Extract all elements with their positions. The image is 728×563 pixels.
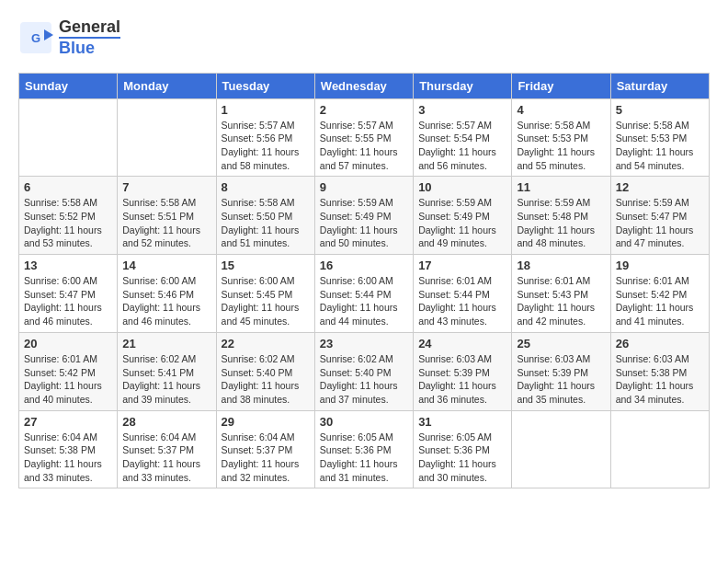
day-number: 22 xyxy=(222,337,310,350)
calendar-cell: 25Sunrise: 6:03 AMSunset: 5:39 PMDayligh… xyxy=(512,332,610,410)
calendar-cell: 9Sunrise: 5:59 AMSunset: 5:49 PMDaylight… xyxy=(314,177,413,255)
header-row: Sunday Monday Tuesday Wednesday Thursday… xyxy=(19,73,710,98)
logo-blue: Blue xyxy=(59,37,120,58)
calendar-cell: 16Sunrise: 6:00 AMSunset: 5:44 PMDayligh… xyxy=(314,255,413,333)
day-number: 18 xyxy=(517,259,605,272)
col-monday: Monday xyxy=(118,73,216,98)
calendar-cell: 7Sunrise: 5:58 AMSunset: 5:51 PMDaylight… xyxy=(118,177,216,255)
day-info: Sunrise: 6:00 AMSunset: 5:46 PMDaylight:… xyxy=(122,274,210,328)
day-number: 19 xyxy=(616,259,704,272)
day-info: Sunrise: 6:04 AMSunset: 5:38 PMDaylight:… xyxy=(24,431,112,485)
day-number: 17 xyxy=(418,259,506,272)
day-number: 11 xyxy=(517,180,605,194)
day-number: 25 xyxy=(517,337,605,350)
day-info: Sunrise: 6:02 AMSunset: 5:41 PMDaylight:… xyxy=(122,352,210,407)
day-number: 13 xyxy=(24,259,112,272)
day-info: Sunrise: 6:00 AMSunset: 5:47 PMDaylight:… xyxy=(24,274,112,328)
day-info: Sunrise: 5:57 AMSunset: 5:54 PMDaylight:… xyxy=(418,119,506,173)
calendar-cell: 17Sunrise: 6:01 AMSunset: 5:44 PMDayligh… xyxy=(414,255,512,333)
day-number: 3 xyxy=(418,103,506,117)
day-info: Sunrise: 6:03 AMSunset: 5:38 PMDaylight:… xyxy=(616,352,704,407)
day-info: Sunrise: 6:01 AMSunset: 5:42 PMDaylight:… xyxy=(24,352,112,407)
calendar-cell: 22Sunrise: 6:02 AMSunset: 5:40 PMDayligh… xyxy=(216,332,314,410)
day-info: Sunrise: 6:05 AMSunset: 5:36 PMDaylight:… xyxy=(418,431,506,485)
calendar-cell: 10Sunrise: 5:59 AMSunset: 5:49 PMDayligh… xyxy=(414,177,512,255)
day-number: 30 xyxy=(320,415,408,429)
calendar-cell xyxy=(19,98,118,177)
calendar-cell: 11Sunrise: 5:59 AMSunset: 5:48 PMDayligh… xyxy=(512,177,610,255)
day-info: Sunrise: 5:59 AMSunset: 5:49 PMDaylight:… xyxy=(418,196,506,250)
calendar-cell: 20Sunrise: 6:01 AMSunset: 5:42 PMDayligh… xyxy=(19,332,118,410)
day-number: 21 xyxy=(122,337,210,350)
day-number: 9 xyxy=(320,180,408,194)
calendar-cell: 3Sunrise: 5:57 AMSunset: 5:54 PMDaylight… xyxy=(414,98,512,177)
day-number: 27 xyxy=(24,415,112,429)
logo-general: General xyxy=(59,18,120,37)
day-info: Sunrise: 6:02 AMSunset: 5:40 PMDaylight:… xyxy=(320,352,408,407)
day-info: Sunrise: 6:03 AMSunset: 5:39 PMDaylight:… xyxy=(517,352,605,407)
col-saturday: Saturday xyxy=(610,73,709,98)
calendar-cell: 5Sunrise: 5:58 AMSunset: 5:53 PMDaylight… xyxy=(610,98,709,177)
col-sunday: Sunday xyxy=(19,73,118,98)
day-number: 31 xyxy=(418,415,506,429)
day-info: Sunrise: 5:58 AMSunset: 5:52 PMDaylight:… xyxy=(24,196,112,250)
calendar-cell: 19Sunrise: 6:01 AMSunset: 5:42 PMDayligh… xyxy=(610,255,709,333)
calendar-cell: 1Sunrise: 5:57 AMSunset: 5:56 PMDaylight… xyxy=(216,98,314,177)
day-number: 1 xyxy=(222,103,310,117)
day-info: Sunrise: 6:04 AMSunset: 5:37 PMDaylight:… xyxy=(222,431,310,485)
day-number: 4 xyxy=(517,103,605,117)
day-info: Sunrise: 5:59 AMSunset: 5:47 PMDaylight:… xyxy=(616,196,704,250)
calendar-cell: 14Sunrise: 6:00 AMSunset: 5:46 PMDayligh… xyxy=(118,255,216,333)
calendar-cell: 12Sunrise: 5:59 AMSunset: 5:47 PMDayligh… xyxy=(610,177,709,255)
calendar-cell: 18Sunrise: 6:01 AMSunset: 5:43 PMDayligh… xyxy=(512,255,610,333)
col-friday: Friday xyxy=(512,73,610,98)
calendar-cell: 23Sunrise: 6:02 AMSunset: 5:40 PMDayligh… xyxy=(314,332,413,410)
calendar-cell: 6Sunrise: 5:58 AMSunset: 5:52 PMDaylight… xyxy=(19,177,118,255)
day-info: Sunrise: 6:01 AMSunset: 5:44 PMDaylight:… xyxy=(418,274,506,328)
day-number: 15 xyxy=(222,259,310,272)
calendar-cell xyxy=(118,98,216,177)
day-info: Sunrise: 6:02 AMSunset: 5:40 PMDaylight:… xyxy=(222,352,310,407)
day-number: 29 xyxy=(222,415,310,429)
page-header: G General Blue xyxy=(18,18,710,58)
day-number: 26 xyxy=(616,337,704,350)
day-number: 16 xyxy=(320,259,408,272)
day-number: 14 xyxy=(122,259,210,272)
calendar-cell: 29Sunrise: 6:04 AMSunset: 5:37 PMDayligh… xyxy=(216,410,314,488)
calendar-cell: 24Sunrise: 6:03 AMSunset: 5:39 PMDayligh… xyxy=(414,332,512,410)
calendar-cell: 4Sunrise: 5:58 AMSunset: 5:53 PMDaylight… xyxy=(512,98,610,177)
calendar-cell: 2Sunrise: 5:57 AMSunset: 5:55 PMDaylight… xyxy=(314,98,413,177)
day-number: 5 xyxy=(616,103,704,117)
calendar-table: Sunday Monday Tuesday Wednesday Thursday… xyxy=(18,73,710,489)
day-info: Sunrise: 5:58 AMSunset: 5:53 PMDaylight:… xyxy=(616,119,704,173)
calendar-week-2: 6Sunrise: 5:58 AMSunset: 5:52 PMDaylight… xyxy=(19,177,710,255)
day-info: Sunrise: 6:05 AMSunset: 5:36 PMDaylight:… xyxy=(320,431,408,485)
day-number: 24 xyxy=(418,337,506,350)
day-number: 28 xyxy=(122,415,210,429)
calendar-cell xyxy=(610,410,709,488)
col-tuesday: Tuesday xyxy=(216,73,314,98)
calendar-week-3: 13Sunrise: 6:00 AMSunset: 5:47 PMDayligh… xyxy=(19,255,710,333)
day-info: Sunrise: 5:58 AMSunset: 5:53 PMDaylight:… xyxy=(517,119,605,173)
day-info: Sunrise: 6:04 AMSunset: 5:37 PMDaylight:… xyxy=(122,431,210,485)
day-number: 2 xyxy=(320,103,408,117)
svg-text:G: G xyxy=(31,31,40,45)
calendar-cell: 13Sunrise: 6:00 AMSunset: 5:47 PMDayligh… xyxy=(19,255,118,333)
calendar-week-1: 1Sunrise: 5:57 AMSunset: 5:56 PMDaylight… xyxy=(19,98,710,177)
day-info: Sunrise: 5:59 AMSunset: 5:48 PMDaylight:… xyxy=(517,196,605,250)
day-number: 8 xyxy=(222,180,310,194)
day-info: Sunrise: 5:58 AMSunset: 5:50 PMDaylight:… xyxy=(222,196,310,250)
col-wednesday: Wednesday xyxy=(314,73,413,98)
day-info: Sunrise: 5:59 AMSunset: 5:49 PMDaylight:… xyxy=(320,196,408,250)
day-number: 6 xyxy=(24,180,112,194)
col-thursday: Thursday xyxy=(414,73,512,98)
logo: G General Blue xyxy=(18,18,120,58)
calendar-week-4: 20Sunrise: 6:01 AMSunset: 5:42 PMDayligh… xyxy=(19,332,710,410)
day-info: Sunrise: 6:03 AMSunset: 5:39 PMDaylight:… xyxy=(418,352,506,407)
day-number: 20 xyxy=(24,337,112,350)
logo-icon: G xyxy=(18,20,53,55)
day-number: 23 xyxy=(320,337,408,350)
day-info: Sunrise: 5:57 AMSunset: 5:56 PMDaylight:… xyxy=(222,119,310,173)
day-number: 7 xyxy=(122,180,210,194)
calendar-cell: 28Sunrise: 6:04 AMSunset: 5:37 PMDayligh… xyxy=(118,410,216,488)
